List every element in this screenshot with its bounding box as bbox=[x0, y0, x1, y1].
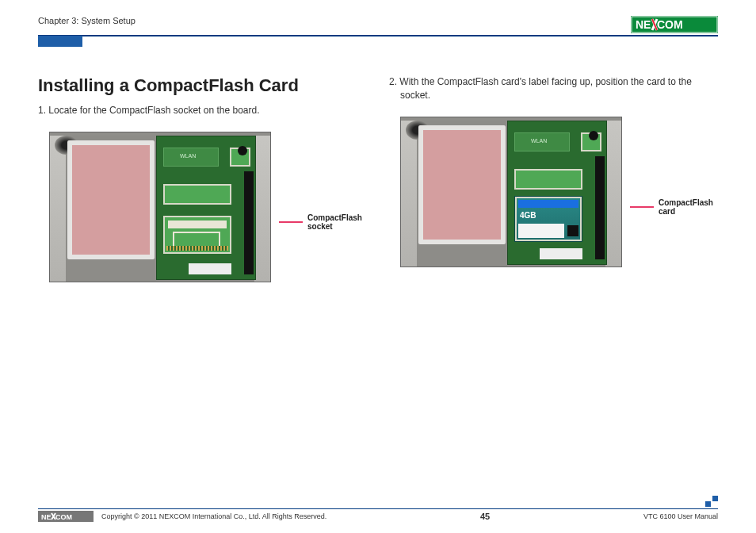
callout-socket-text: CompactFlash socket bbox=[307, 213, 362, 231]
board-photo-card: 4GB bbox=[400, 117, 622, 267]
svg-text:NE: NE bbox=[636, 18, 651, 31]
left-column: Installing a CompactFlash Card 1. Locate… bbox=[38, 75, 367, 282]
compactflash-card: 4GB bbox=[514, 196, 582, 242]
cf-card-capacity: 4GB bbox=[520, 211, 536, 220]
callout-card: CompactFlash card bbox=[630, 198, 713, 216]
board-photo-socket bbox=[49, 132, 271, 282]
header: Chapter 3: System Setup NE COM bbox=[38, 16, 718, 36]
nexcom-logo-footer: NE COM bbox=[38, 511, 94, 522]
chapter-label: Chapter 3: System Setup bbox=[38, 16, 136, 25]
page-title: Installing a CompactFlash Card bbox=[38, 75, 367, 96]
right-column: 2. With the CompactFlash card's label fa… bbox=[389, 75, 718, 282]
copyright-text: Copyright © 2011 NEXCOM International Co… bbox=[101, 512, 326, 520]
figure-1: CompactFlash socket bbox=[49, 132, 367, 282]
step-1-text: 1. Locate for the CompactFlash socket on… bbox=[49, 104, 367, 117]
svg-text:COM: COM bbox=[657, 18, 683, 31]
svg-text:NE: NE bbox=[41, 513, 52, 521]
svg-text:COM: COM bbox=[55, 513, 72, 521]
leader-line bbox=[279, 221, 303, 223]
header-tab-decoration bbox=[38, 36, 82, 47]
callout-card-text: CompactFlash card bbox=[659, 198, 713, 216]
content: Installing a CompactFlash Card 1. Locate… bbox=[38, 75, 718, 282]
leader-line bbox=[630, 206, 654, 208]
page-number: 45 bbox=[480, 512, 490, 521]
footer-decoration bbox=[704, 496, 718, 507]
page: Chapter 3: System Setup NE COM Installin… bbox=[0, 0, 756, 533]
nexcom-logo: NE COM bbox=[631, 16, 718, 33]
manual-name: VTC 6100 User Manual bbox=[643, 512, 718, 520]
figure-2: 4GB CompactFlash card bbox=[400, 117, 718, 267]
footer: NE COM Copyright © 2011 NEXCOM Internati… bbox=[38, 508, 718, 522]
step-2-text: 2. With the CompactFlash card's label fa… bbox=[400, 75, 718, 102]
callout-socket: CompactFlash socket bbox=[279, 213, 362, 231]
